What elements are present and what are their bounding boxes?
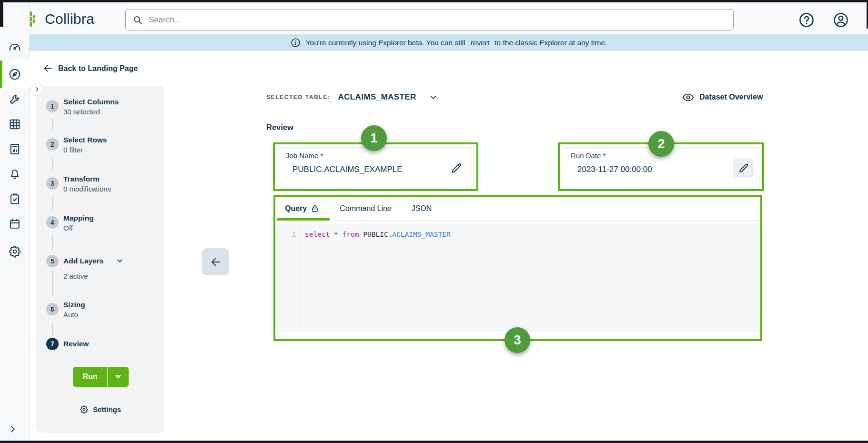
back-to-landing-link[interactable]: Back to Landing Page <box>43 63 138 73</box>
run-split-button: Run <box>73 367 129 387</box>
selected-table-bar: SELECTED TABLE: ACLAIMS_MASTER <box>266 91 438 104</box>
explorer-compass-icon[interactable] <box>8 68 21 81</box>
tab-command-line[interactable]: Command Line <box>340 204 392 213</box>
table-dropdown-chevron-icon[interactable] <box>429 93 438 102</box>
run-date-label: Run Date * <box>571 151 606 160</box>
step-connector <box>52 196 53 211</box>
step-number: 4 <box>46 216 59 229</box>
step-number: 3 <box>46 177 59 190</box>
explorer-beta-banner: You're currently using Explorer beta. Yo… <box>30 34 868 51</box>
step-label: Add Layers <box>63 256 103 265</box>
tab-json-label: JSON <box>412 204 432 213</box>
step-number: 5 <box>46 255 59 267</box>
wizard-step-sizing[interactable]: 6 Sizing Auto <box>46 300 157 319</box>
settings-gear-icon[interactable] <box>8 245 21 258</box>
help-icon[interactable] <box>798 12 815 28</box>
data-grid-icon[interactable] <box>8 118 21 131</box>
account-icon[interactable] <box>833 12 849 28</box>
search-input[interactable] <box>149 15 727 25</box>
tab-json[interactable]: JSON <box>412 204 432 213</box>
sql-qualifier: PUBLIC. <box>359 231 393 238</box>
wizard-step-review[interactable]: 7 Review <box>46 339 157 348</box>
review-heading: Review <box>266 123 293 132</box>
step-sublabel: 0 filter <box>63 145 157 154</box>
line-number: 1 <box>275 229 301 240</box>
settings-label: Settings <box>93 405 121 413</box>
active-tab-indicator <box>277 218 330 221</box>
tools-wrench-icon[interactable] <box>8 92 21 106</box>
annotation-box-query: Query Command Line JSON 1 select * from … <box>273 195 762 341</box>
selected-table-value[interactable]: ACLAIMS_MASTER <box>338 92 416 102</box>
wizard-step-select-rows[interactable]: 2 Select Rows 0 filter <box>46 135 157 154</box>
sql-keyword: from <box>343 231 359 238</box>
step-connector <box>52 118 53 131</box>
expand-chevron-icon[interactable] <box>8 424 18 434</box>
run-options-button[interactable] <box>108 367 129 387</box>
step-number: 2 <box>46 138 59 151</box>
search-icon <box>132 15 143 25</box>
job-name-value: PUBLIC.ACLAIMS_EXAMPLE <box>293 165 403 174</box>
edit-run-date-button[interactable] <box>733 158 754 178</box>
step-number: 1 <box>46 100 59 112</box>
query-tabs-bar: Query Command Line JSON <box>275 197 760 221</box>
tasks-clipboard-icon[interactable] <box>8 192 21 206</box>
step-connector <box>52 235 53 252</box>
gear-icon <box>80 405 89 414</box>
edit-run-date-pencil-icon <box>738 162 749 174</box>
step-label: Select Rows <box>63 135 157 144</box>
edit-job-name-pencil-icon[interactable] <box>450 162 463 174</box>
step-sublabel: 2 active <box>63 272 157 281</box>
step-label: Transform <box>63 174 157 183</box>
step-connector <box>52 157 53 171</box>
run-button[interactable]: Run <box>73 367 107 387</box>
dataset-overview-button[interactable]: Dataset Overview <box>682 91 763 104</box>
revert-link[interactable]: revert <box>471 39 490 47</box>
nav-active-indicator <box>0 60 2 88</box>
editor-gutter: 1 <box>275 224 301 332</box>
dataset-overview-label: Dataset Overview <box>699 93 763 101</box>
run-date-value: 2023-11-27 00:00:00 <box>577 165 652 174</box>
sql-editor[interactable]: 1 select * from PUBLIC.ACLAIMS_MASTER <box>275 224 760 332</box>
notifications-bell-icon[interactable] <box>8 167 21 181</box>
window-frame-left <box>0 0 3 27</box>
schedule-calendar-icon[interactable] <box>8 217 21 231</box>
job-name-label: Job Name * <box>286 151 323 160</box>
step-sublabel: 0 modifications <box>63 184 157 193</box>
job-name-card: Job Name * PUBLIC.ACLAIMS_EXAMPLE <box>278 147 474 186</box>
job-wizard-panel: 1 Select Columns 30 selected 2 Select Ro… <box>36 86 164 433</box>
annotation-badge-2: 2 <box>648 131 674 157</box>
back-arrow-icon <box>43 63 53 73</box>
wizard-step-select-columns[interactable]: 1 Select Columns 30 selected <box>46 97 157 116</box>
global-search[interactable] <box>125 9 734 30</box>
step-connector <box>52 322 53 336</box>
wizard-step-transform[interactable]: 3 Transform 0 modifications <box>46 174 157 193</box>
collibra-logo: Collibra <box>18 9 94 30</box>
previous-step-button[interactable] <box>202 248 229 275</box>
annotation-badge-3: 3 <box>505 327 530 353</box>
sql-operator: * <box>330 231 342 238</box>
sql-keyword: select <box>305 231 330 238</box>
step-label: Mapping <box>63 213 157 222</box>
chevron-right-icon <box>34 86 40 92</box>
tab-query[interactable]: Query <box>285 204 320 213</box>
step-sublabel: Off <box>63 223 157 232</box>
step-sublabel: Auto <box>63 310 157 319</box>
chevron-down-icon[interactable] <box>116 257 124 265</box>
selected-table-label: SELECTED TABLE: <box>266 94 330 101</box>
wizard-step-mapping[interactable]: 4 Mapping Off <box>46 213 157 232</box>
top-header: Collibra <box>0 2 868 34</box>
sql-code-line: select * from PUBLIC.ACLAIMS_MASTER <box>301 224 760 332</box>
lock-icon <box>310 204 320 213</box>
arrow-left-icon <box>210 256 222 268</box>
reports-icon[interactable] <box>8 142 21 156</box>
dashboard-gauge-icon[interactable] <box>8 40 21 54</box>
wizard-step-add-layers[interactable]: 5 Add Layers 2 active <box>46 256 157 281</box>
eye-icon <box>682 93 694 102</box>
step-connector <box>52 271 53 297</box>
wizard-settings-button[interactable]: Settings <box>36 405 164 414</box>
collibra-explorer-app: Collibra You're currently using Explorer… <box>0 0 868 443</box>
step-label: Select Columns <box>63 97 157 106</box>
step-number: 6 <box>46 303 59 315</box>
panel-collapse-button[interactable] <box>30 83 43 96</box>
step-number: 7 <box>46 338 59 350</box>
